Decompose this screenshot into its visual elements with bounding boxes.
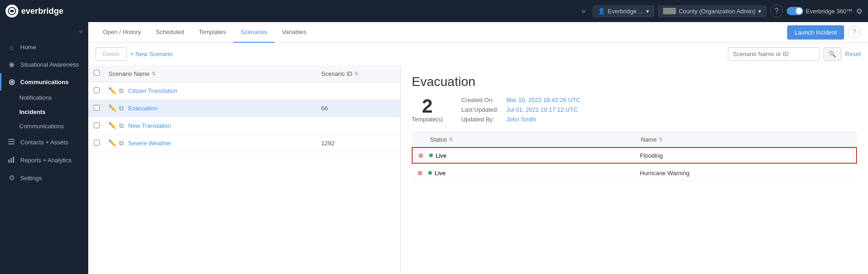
settings-icon: ⚙ — [7, 174, 16, 182]
sidebar-label-home: Home — [20, 44, 36, 51]
logo-icon — [6, 5, 18, 17]
sidebar-label-incidents: Incidents — [19, 108, 45, 115]
table-row[interactable]: ✏️ ⧉ Evacuation 66 — [88, 100, 400, 117]
toggle-area: Everbridge 360™ — [787, 7, 852, 15]
row-4-copy-icon[interactable]: ⧉ — [119, 139, 124, 147]
row-1-name-link[interactable]: Citizen Translation — [128, 87, 177, 94]
sidebar-item-home[interactable]: ⌂ Home — [0, 39, 88, 56]
updated-value: Jul 01, 2022 10:17:12 UTC — [506, 106, 578, 113]
user-dropdown[interactable]: 👤 Everbridge ... ▾ — [593, 6, 654, 17]
sidebar-label-settings: Settings — [20, 175, 42, 182]
org-dropdown-chevron: ▾ — [758, 8, 761, 15]
toggle-switch[interactable] — [787, 7, 803, 15]
row-2-name-link[interactable]: Evacuation — [128, 105, 158, 112]
row-1-copy-icon[interactable]: ⧉ — [119, 87, 124, 95]
sidebar-label-situational-awareness: Situational Awareness — [20, 61, 79, 68]
logo: everbridge — [6, 5, 63, 17]
flooding-status-dot — [429, 154, 433, 157]
sidebar-label-communications-sub: Communications — [19, 123, 64, 130]
delete-btn[interactable]: Delete — [96, 47, 127, 61]
tab-scenarios[interactable]: Scenarios — [233, 22, 275, 43]
contacts-assets-icon — [7, 138, 16, 147]
reset-btn[interactable]: Reset — [845, 51, 861, 57]
flooding-status-label: Live — [436, 152, 447, 159]
sidebar-item-incidents[interactable]: Incidents — [0, 105, 88, 119]
name-sort-icon[interactable]: ⇅ — [152, 71, 156, 77]
logo-text: everbridge — [21, 6, 63, 16]
table-row[interactable]: ✏️ ⧉ Severe Weather 1292 — [88, 135, 400, 152]
name-detail-sort-icon[interactable]: ⇅ — [658, 137, 663, 143]
row-3-edit-icon[interactable]: ✏️ — [108, 122, 116, 130]
nav-settings-icon[interactable]: ⚙ — [856, 7, 862, 16]
launch-incident-btn[interactable]: Launch Incident — [787, 25, 844, 40]
detail-table-header: Status ⇅ Name ⇅ — [412, 132, 857, 147]
org-dropdown[interactable]: County (Organization Admin) ▾ — [658, 6, 766, 17]
created-label: Created On: — [461, 97, 503, 103]
org-dropdown-label: County (Organization Admin) — [679, 8, 755, 15]
row-3-name: New Translation — [128, 122, 321, 129]
sidebar-label-contacts-assets: Contacts + Assets — [20, 139, 68, 146]
nav-more-btn[interactable]: » — [578, 6, 589, 17]
row-3-name-link[interactable]: New Translation — [128, 122, 171, 129]
table-row[interactable]: ✏️ ⧉ New Translation — [88, 117, 400, 135]
sidebar-item-contacts-assets[interactable]: Contacts + Assets — [0, 133, 88, 151]
sidebar-item-communications[interactable]: ◎ Communications — [0, 73, 88, 91]
row-3-checkbox[interactable] — [94, 122, 100, 128]
row-4-edit-icon[interactable]: ✏️ — [108, 139, 116, 147]
detail-count: 2 Template(s) — [412, 97, 443, 123]
template-count: 2 — [412, 97, 443, 116]
svg-rect-3 — [8, 143, 15, 144]
search-input[interactable] — [728, 47, 820, 61]
row-2-copy-icon[interactable]: ⧉ — [119, 104, 124, 112]
row-1-edit-icon[interactable]: ✏️ — [108, 87, 116, 95]
dth-status-label: Status — [430, 136, 447, 143]
user-dropdown-chevron: ▾ — [646, 8, 649, 15]
svg-rect-5 — [11, 158, 12, 163]
flooding-remove-btn[interactable]: ⊗ — [418, 152, 429, 159]
row-3-copy-icon[interactable]: ⧉ — [119, 122, 124, 130]
sidebar-item-reports-analytics[interactable]: Reports + Analytics — [0, 151, 88, 169]
hurricane-name: Hurricane Warning — [640, 170, 852, 177]
updated-label: Last Updated: — [461, 106, 503, 113]
tab-variables[interactable]: Variables — [275, 22, 314, 43]
hurricane-status-dot — [428, 171, 432, 175]
row-4-checkbox[interactable] — [94, 140, 100, 146]
row-2-checkbox[interactable] — [94, 105, 100, 111]
sidebar-item-situational-awareness[interactable]: ◉ Situational Awareness — [0, 56, 88, 73]
th-scenario-id: Scenario ID — [321, 70, 352, 77]
updatedby-row: Updated By: John Smith — [461, 116, 580, 123]
nav-help-btn[interactable]: ? — [770, 5, 783, 17]
detail-sub-row-hurricane[interactable]: ⊗ Live Hurricane Warning — [412, 166, 857, 181]
tab-help-btn[interactable]: ? — [848, 26, 861, 39]
sidebar-item-settings[interactable]: ⚙ Settings — [0, 169, 88, 187]
sidebar-collapse-btn[interactable]: « — [79, 26, 88, 39]
th-scenario-name: Scenario Name — [108, 70, 150, 77]
new-scenario-btn[interactable]: + New Scenario — [130, 51, 173, 57]
row-4-id: 1292 — [321, 140, 395, 147]
tab-templates[interactable]: Templates — [192, 22, 233, 43]
detail-sub-row-flooding[interactable]: ⊗ Live Flooding — [412, 147, 857, 164]
hurricane-status: Live — [428, 170, 640, 177]
table-header: Scenario Name ⇅ Scenario ID ⇅ — [88, 65, 400, 82]
tabs-bar: Open / History Scheduled Templates Scena… — [88, 22, 868, 43]
hurricane-remove-btn[interactable]: ⊗ — [417, 169, 428, 177]
row-4-name-link[interactable]: Severe Weather — [128, 140, 171, 147]
select-all-checkbox[interactable] — [94, 70, 100, 76]
sidebar-item-notifications[interactable]: Notifications — [0, 91, 88, 105]
row-1-checkbox[interactable] — [94, 87, 100, 93]
sidebar-label-notifications: Notifications — [19, 94, 52, 101]
split-panel: Scenario Name ⇅ Scenario ID ⇅ ✏️ ⧉ — [88, 65, 868, 274]
table-row[interactable]: ✏️ ⧉ Citizen Translation — [88, 82, 400, 100]
row-2-id: 66 — [321, 105, 395, 112]
updated-row: Last Updated: Jul 01, 2022 10:17:12 UTC — [461, 106, 580, 113]
svg-rect-2 — [8, 141, 15, 142]
row-2-edit-icon[interactable]: ✏️ — [108, 104, 116, 112]
id-sort-icon[interactable]: ⇅ — [354, 71, 358, 77]
created-row: Created On: Mar 10, 2022 18:42:26 UTC — [461, 97, 580, 103]
tab-open-history[interactable]: Open / History — [96, 22, 148, 43]
tab-scheduled[interactable]: Scheduled — [148, 22, 191, 43]
status-sort-icon[interactable]: ⇅ — [449, 137, 453, 143]
sidebar-item-communications-sub[interactable]: Communications — [0, 119, 88, 133]
reports-analytics-icon — [7, 156, 16, 165]
search-btn[interactable]: 🔍 — [823, 47, 841, 61]
